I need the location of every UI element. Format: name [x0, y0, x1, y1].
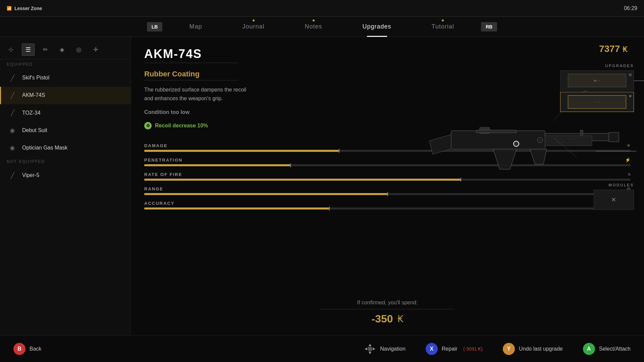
confirm-cost-display: -350 ₭: [371, 313, 403, 325]
upgrade-thumb-2[interactable]: ··· ··· ✕: [560, 92, 634, 112]
svg-marker-19: [365, 348, 367, 350]
upgrade-selector-dot[interactable]: [513, 141, 519, 147]
tab-map[interactable]: Map: [169, 17, 222, 37]
list-item-viper5[interactable]: ╱ Viper-5: [0, 167, 130, 184]
rb-button[interactable]: RB: [481, 22, 497, 32]
toolbar-btn-crosshair[interactable]: ⊹: [5, 44, 17, 55]
section-label-not-equipped: Not equipped: [0, 157, 130, 167]
tab-journal[interactable]: Journal: [222, 17, 284, 37]
viper5-name: Viper-5: [22, 172, 124, 178]
list-item-debut-suit[interactable]: ◉ Debut Suit: [0, 122, 130, 139]
confirm-cost: -350: [371, 313, 393, 325]
zone-label: Lesser Zone: [14, 6, 42, 11]
repair-label: Repair: [442, 346, 458, 352]
content-area: 7377 ₭ AKM-74S Rubber Coating The rubber…: [131, 37, 644, 335]
lb-button[interactable]: LB: [147, 22, 163, 32]
akm74s-icon: ╱: [8, 91, 17, 100]
undo-upgrade-button[interactable]: Y Undo last upgrade: [503, 343, 563, 355]
list-item-akm74s[interactable]: ╱ AKM-74S: [0, 87, 130, 104]
stat-damage-fill: [144, 150, 339, 152]
stat-accuracy-label: ACCURACY: [144, 201, 174, 206]
akm74s-name: AKM-74S: [22, 92, 124, 98]
tab-tutorial[interactable]: Tutorial: [412, 17, 474, 37]
confirm-cost-icon: ₭: [397, 313, 404, 324]
stat-accuracy-fill: [144, 207, 329, 209]
repair-cost: (-3091 ₭): [463, 346, 483, 352]
navigation-button[interactable]: Navigation: [364, 343, 406, 355]
stat-range-marker: [387, 192, 388, 196]
notes-dot: [313, 19, 315, 21]
undo-upgrade-label: Undo last upgrade: [519, 346, 563, 352]
upgrade-thumb-2-icon: ✕: [629, 94, 632, 99]
svg-point-5: [537, 137, 543, 143]
effect-icon: ⚙: [144, 122, 152, 129]
signal-icon: 📶: [7, 6, 12, 11]
top-bar: 📶 Lesser Zone 06:29: [0, 0, 644, 17]
top-bar-left: 📶 Lesser Zone: [7, 6, 42, 11]
debut-suit-name: Debut Suit: [22, 127, 124, 133]
stat-damage-label: DAMAGE: [144, 143, 168, 148]
stat-range-fill: [144, 193, 387, 195]
dpad-icon: [364, 343, 376, 355]
stat-rof-label: RATE OF FIRE: [144, 172, 182, 177]
stat-penetration-label: PENETRATION: [144, 158, 182, 163]
stat-damage-marker: [339, 149, 339, 153]
toolbar-btn-weapon[interactable]: ✏: [40, 44, 51, 55]
stat-penetration-fill: [144, 164, 290, 166]
stat-accuracy-marker: [329, 206, 330, 210]
bottom-bar: B Back Navigation X Repair (-3091 ₭) Y U…: [0, 335, 644, 362]
optician-gas-mask-icon: ◉: [8, 143, 17, 153]
debut-suit-icon: ◉: [8, 126, 17, 135]
back-label: Back: [30, 346, 42, 352]
svg-point-8: [552, 139, 555, 142]
toolbar-btn-list[interactable]: ☰: [22, 44, 35, 56]
upgrade-desc: The rubberized surface dampens the recoi…: [144, 85, 252, 103]
svg-marker-20: [373, 348, 375, 350]
list-item-toz34[interactable]: ╱ TOZ-34: [0, 104, 130, 122]
skifs-pistol-icon: ╱: [8, 73, 17, 83]
weapon-display: UPGRADES ≫ ··· ⊙ ··· ··· ✕ M: [409, 54, 644, 238]
confirm-text: If confirmed, you'll spend:: [357, 300, 418, 306]
toz34-icon: ╱: [8, 108, 17, 118]
svg-rect-0: [451, 131, 545, 149]
optician-gas-mask-name: Optician Gas Mask: [22, 145, 124, 151]
viper5-icon: ╱: [8, 171, 17, 180]
effect-text: Recoil decrease 10%: [155, 123, 208, 129]
repair-button[interactable]: X Repair (-3091 ₭): [426, 343, 483, 355]
tab-upgrades[interactable]: Upgrades: [342, 17, 412, 37]
confirm-divider: [320, 309, 454, 309]
select-attach-button[interactable]: A Select/Attach: [583, 343, 631, 355]
toz34-name: TOZ-34: [22, 110, 124, 116]
svg-rect-6: [476, 130, 517, 133]
navigation-label: Navigation: [380, 346, 406, 352]
section-divider-1: [144, 80, 238, 80]
toolbar-btn-badge[interactable]: ◈: [56, 44, 68, 55]
svg-rect-2: [609, 132, 619, 142]
nav-tabs: LB Map Journal Notes Upgrades Tutorial R…: [0, 17, 644, 37]
y-button-icon: Y: [503, 343, 515, 355]
tab-notes[interactable]: Notes: [285, 17, 342, 37]
toolbar-btn-scope[interactable]: ◎: [73, 44, 85, 55]
back-button[interactable]: B Back: [13, 343, 42, 355]
upgrade-thumb-1[interactable]: ≫ ··· ⊙: [560, 70, 634, 90]
x-button-icon: X: [426, 343, 438, 355]
b-button-icon: B: [13, 343, 25, 355]
module-thumb-1[interactable]: ✕: [594, 190, 634, 210]
upgrade-thumb-1-icon: ⊙: [629, 72, 632, 77]
list-item-optician-gas-mask[interactable]: ◉ Optician Gas Mask: [0, 139, 130, 157]
time-display: 06:29: [624, 5, 637, 11]
main-area: ⊹ ☰ ✏ ◈ ◎ ✛ Equipped ╱ Skif's Pistol ╱ A…: [0, 37, 644, 335]
svg-rect-21: [368, 347, 372, 351]
svg-point-9: [559, 139, 561, 142]
tutorial-dot: [442, 19, 444, 21]
toolbar-btn-cross[interactable]: ✛: [90, 44, 102, 55]
currency-display: 7377 ₭: [599, 44, 627, 54]
svg-point-11: [572, 139, 575, 142]
svg-marker-18: [369, 352, 371, 354]
upgrades-panel-label: UPGRADES: [560, 64, 634, 68]
modules-panel: MODULES ✕: [594, 183, 634, 211]
stat-range-label: RANGE: [144, 186, 163, 191]
journal-dot: [253, 19, 255, 21]
list-item-skifs-pistol[interactable]: ╱ Skif's Pistol: [0, 69, 130, 87]
toolbar: ⊹ ☰ ✏ ◈ ◎ ✛: [0, 40, 130, 59]
